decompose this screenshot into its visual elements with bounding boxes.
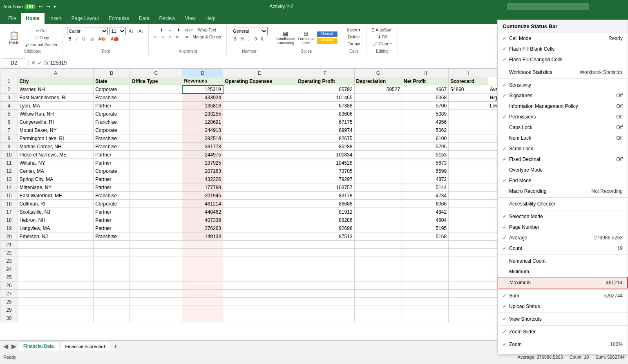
cell-city[interactable]: Lyon, MA <box>18 102 93 110</box>
quick-access-more[interactable]: ▾ <box>54 4 56 9</box>
tab-file[interactable]: File <box>3 13 21 24</box>
tab-formulas[interactable]: Formulas <box>104 13 134 24</box>
tab-data[interactable]: Data <box>134 13 154 24</box>
scroll-tabs-left[interactable]: ◀ <box>2 342 10 350</box>
search-input[interactable] <box>507 3 589 10</box>
cell-empty[interactable] <box>354 281 402 290</box>
redo-btn[interactable]: ↪ <box>46 4 50 9</box>
cell-depreciation[interactable] <box>354 192 402 200</box>
cell-op-expenses[interactable] <box>223 192 296 200</box>
cell-op-expenses[interactable]: Operating Expenses <box>223 77 296 85</box>
wrap-text-button[interactable]: Wrap Text <box>196 27 218 33</box>
cell-empty[interactable] <box>130 273 182 281</box>
cell-office-type[interactable] <box>130 151 182 159</box>
cell-op-profit[interactable]: 88286 <box>296 216 354 224</box>
cell-empty[interactable] <box>296 298 354 306</box>
cell-city[interactable]: Farmington Lake, RI <box>18 134 93 143</box>
cell-revenues[interactable]: 432326 <box>182 175 223 183</box>
cell-revenues[interactable]: 128691 <box>182 118 223 126</box>
cell-depreciation[interactable]: Depreciation <box>354 77 402 85</box>
cell-op-profit[interactable]: 67175 <box>296 118 354 126</box>
menu-item-minimum[interactable]: Minimum <box>498 266 628 277</box>
cell-office-type[interactable] <box>130 192 182 200</box>
percent-button[interactable]: % <box>239 36 246 42</box>
format-as-table-button[interactable]: ⊞ Format asTable <box>297 29 315 46</box>
menu-item-average[interactable]: ✓Average276986.5263 <box>498 232 628 243</box>
cell-office-type[interactable] <box>130 175 182 183</box>
cell-city[interactable]: Willow Run, NH <box>18 110 93 118</box>
cell-empty[interactable] <box>18 306 93 314</box>
cell-revenues[interactable]: 137925 <box>182 159 223 167</box>
cell-empty[interactable] <box>296 249 354 257</box>
cell-empty[interactable] <box>130 290 182 298</box>
cell-empty[interactable] <box>18 273 93 281</box>
menu-item-macro-recording[interactable]: Macro RecordingNot Recording <box>498 186 628 197</box>
cell-op-expenses[interactable] <box>223 208 296 216</box>
cell-city[interactable]: Mittenlane, NY <box>18 183 93 192</box>
cell-op-expenses[interactable] <box>223 216 296 224</box>
fill-color-button[interactable]: A🎨 <box>97 36 108 42</box>
cell-scorecard[interactable] <box>449 102 488 110</box>
cell-state[interactable]: Franchise <box>94 143 130 151</box>
cell-empty[interactable] <box>354 314 402 322</box>
menu-item-caps-lock[interactable]: Caps LockOff <box>498 122 628 133</box>
cell-scorecard[interactable] <box>449 94 488 102</box>
cell-revenues[interactable]: 125319 <box>182 85 223 94</box>
cell-empty[interactable] <box>182 273 223 281</box>
cell-office-type[interactable] <box>130 102 182 110</box>
cell-empty[interactable] <box>402 273 449 281</box>
format-painter-button[interactable]: 🖌 Format Painter <box>24 42 59 48</box>
cell-empty[interactable] <box>354 306 402 314</box>
menu-item-flash-fill-blank-cells[interactable]: ✓Flash Fill Blank Cells <box>498 44 628 54</box>
cell-op-profit[interactable]: 92698 <box>296 224 354 232</box>
font-shrink-button[interactable]: A↓ <box>137 28 145 34</box>
cell-empty[interactable] <box>94 265 130 273</box>
cell-empty[interactable] <box>354 241 402 249</box>
cell-empty[interactable] <box>182 281 223 290</box>
comma-button[interactable]: , <box>246 36 251 42</box>
cell-net-profit[interactable]: 6066 <box>402 200 449 208</box>
cell-state[interactable]: Franchise <box>94 118 130 126</box>
cell-city[interactable]: East Waterford, ME <box>18 192 93 200</box>
menu-item-accessibility-checker[interactable]: Accessibility Checker <box>498 199 628 209</box>
cell-net-profit[interactable]: 6100 <box>402 134 449 143</box>
cell-depreciation[interactable] <box>354 224 402 232</box>
tab-page-layout[interactable]: Page Layout <box>67 13 104 24</box>
cell-empty[interactable] <box>449 257 488 265</box>
decimal-decrease-button[interactable]: 0. <box>259 36 266 42</box>
cell-op-profit[interactable]: 87513 <box>296 232 354 241</box>
cell-net-profit[interactable]: 5068 <box>402 94 449 102</box>
font-color-button[interactable]: A🔴 <box>109 36 120 42</box>
currency-button[interactable]: $ <box>232 36 238 42</box>
cell-city[interactable]: Longview, MA <box>18 224 93 232</box>
cell-office-type[interactable] <box>130 159 182 167</box>
cell-empty[interactable] <box>402 290 449 298</box>
cell-empty[interactable] <box>354 249 402 257</box>
cell-op-expenses[interactable] <box>223 102 296 110</box>
cell-depreciation[interactable] <box>354 151 402 159</box>
cell-depreciation[interactable] <box>354 94 402 102</box>
cell-op-profit[interactable]: 89974 <box>296 126 354 134</box>
cell-scorecard[interactable] <box>449 216 488 224</box>
cell-empty[interactable] <box>18 257 93 265</box>
menu-item-cell-mode[interactable]: ✓Cell ModeReady <box>498 33 628 44</box>
cell-state[interactable]: State <box>94 77 130 85</box>
tab-help[interactable]: Help <box>201 13 221 24</box>
cell-scorecard[interactable] <box>449 232 488 241</box>
col-C[interactable]: C <box>130 69 182 77</box>
cell-empty[interactable] <box>449 265 488 273</box>
indent-increase-button[interactable]: ⇥ <box>183 34 189 40</box>
menu-item-maximum[interactable]: Maximum461214 <box>498 277 628 288</box>
cell-revenues[interactable]: 461214 <box>182 200 223 208</box>
cell-scorecard[interactable] <box>449 183 488 192</box>
bold-button[interactable]: B <box>67 36 73 42</box>
sheet-tab-financial-scorecard[interactable]: Financial Scorecard <box>60 342 110 351</box>
cell-scorecard[interactable] <box>449 134 488 143</box>
cell-empty[interactable] <box>296 290 354 298</box>
cell-net-profit[interactable]: 5062 <box>402 126 449 134</box>
cell-empty[interactable] <box>402 306 449 314</box>
cell-depreciation[interactable] <box>354 200 402 208</box>
cell-scorecard[interactable] <box>449 192 488 200</box>
cell-state[interactable]: Partner <box>94 208 130 216</box>
cell-scorecard[interactable] <box>449 167 488 175</box>
